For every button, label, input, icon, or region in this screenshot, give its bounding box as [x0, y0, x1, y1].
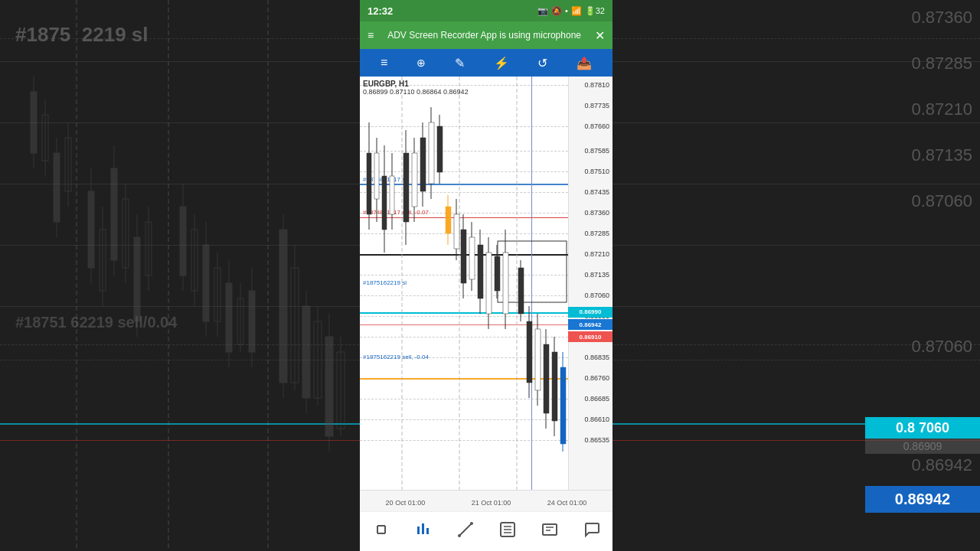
volume-icon: 🔕	[551, 6, 562, 16]
price-label-7: 0.87360	[584, 209, 609, 217]
price-label-9: 0.87210	[584, 250, 609, 258]
status-icons: 📷 🔕 • 📶 🔋32	[537, 6, 605, 16]
price-label-2: 0.87735	[584, 102, 609, 109]
bg-right-label-5: 0.87060	[911, 191, 972, 211]
price-box-red: 0.86910	[568, 331, 612, 342]
svg-rect-69	[437, 126, 443, 172]
svg-rect-92	[535, 329, 541, 390]
chart-info: EURGBP, H1 0.86899 0.87110 0.86864 0.869…	[363, 80, 469, 96]
time-axis: 20 Oct 01:00 21 Oct 01:00 24 Oct 01:00	[360, 490, 612, 511]
svg-rect-98	[560, 367, 566, 444]
nav-arrows-icon[interactable]	[372, 520, 390, 543]
svg-rect-88	[518, 268, 524, 314]
nav-news-icon[interactable]	[541, 520, 559, 543]
svg-rect-59	[390, 176, 394, 214]
svg-rect-79	[478, 245, 483, 298]
price-label-5: 0.87510	[584, 168, 609, 175]
bg-right-label-2: 0.87285	[911, 54, 972, 73]
price-label-6: 0.87435	[584, 188, 609, 196]
toolbar-menu-icon[interactable]: ≡	[377, 53, 390, 73]
svg-rect-75	[461, 230, 466, 283]
signal-icon: 📶	[571, 6, 582, 16]
price-label-14: 0.86760	[584, 374, 609, 382]
candlestick-chart	[360, 77, 568, 490]
bg-right-label-6: 0.87060	[911, 337, 972, 357]
svg-rect-65	[420, 138, 426, 191]
time-label-2: 21 Oct 01:00	[472, 499, 511, 507]
svg-point-103	[458, 534, 461, 537]
toolbar-share-icon[interactable]: 📤	[573, 53, 595, 73]
bg-right-labels: 0.87360 0.87285 0.87210 0.87135 0.87060 …	[819, 0, 972, 551]
toolbar-trendline-icon[interactable]: ✎	[452, 53, 468, 73]
svg-rect-96	[552, 352, 557, 421]
svg-rect-101	[426, 528, 429, 534]
toolbar-indicator-icon[interactable]: ⚡	[491, 53, 512, 73]
svg-rect-53	[367, 153, 371, 214]
price-label-17: 0.86535	[584, 436, 609, 444]
price-label-15: 0.86685	[584, 395, 609, 403]
price-label-4: 0.87585	[584, 147, 609, 155]
status-time: 12:32	[368, 5, 393, 17]
wifi-icon: •	[565, 6, 568, 15]
svg-rect-63	[412, 153, 417, 207]
chart-toolbar: ≡ ⊕ ✎ ⚡ ↺ 📤	[360, 49, 612, 77]
svg-rect-73	[454, 214, 459, 249]
toolbar-crosshair-icon[interactable]: ⊕	[413, 54, 429, 72]
price-scale: 0.87810 0.87735 0.87660 0.87585 0.87510 …	[568, 77, 612, 490]
notification-text: ADV Screen Recorder App is using microph…	[374, 30, 595, 41]
svg-rect-99	[417, 527, 420, 534]
nav-indicators-icon[interactable]	[414, 520, 433, 543]
svg-rect-109	[543, 524, 557, 535]
svg-rect-61	[403, 153, 409, 222]
svg-rect-57	[382, 176, 387, 230]
menu-icon: ≡	[368, 29, 374, 41]
nav-orders-icon[interactable]	[498, 520, 517, 543]
price-label-11: 0.87060	[584, 292, 609, 299]
svg-rect-86	[503, 253, 508, 314]
price-label-13: 0.86835	[584, 354, 609, 361]
svg-rect-77	[469, 237, 475, 279]
camera-icon: 📷	[537, 6, 548, 16]
chart-area: EURGBP, H1 0.86899 0.87110 0.86864 0.869…	[360, 77, 612, 490]
price-label-3: 0.87660	[584, 122, 609, 130]
chart-pair-label: EURGBP, H1	[363, 80, 469, 88]
bg-right-label-7: 0.86942	[911, 455, 972, 475]
nav-chat-icon[interactable]	[583, 520, 601, 543]
battery-icon: 🔋32	[585, 6, 605, 16]
bg-cyan-price-box: 0.8 7060	[865, 417, 980, 439]
svg-rect-94	[544, 344, 549, 413]
status-bar: 12:32 📷 🔕 • 📶 🔋32	[360, 0, 612, 21]
svg-rect-81	[486, 253, 492, 314]
phone-container: 12:32 📷 🔕 • 📶 🔋32 ≡ ADV Screen Recorder …	[360, 0, 612, 551]
svg-rect-71	[446, 207, 451, 233]
svg-rect-67	[429, 122, 434, 184]
svg-rect-90	[527, 321, 532, 383]
time-label-3: 24 Oct 01:00	[547, 499, 587, 507]
price-label-8: 0.87285	[584, 230, 609, 237]
bg-blue-price-box: 0.86942	[865, 486, 980, 513]
svg-line-102	[459, 523, 472, 536]
price-label-1: 0.87810	[584, 81, 609, 89]
bg-right-label-4: 0.87135	[911, 145, 972, 165]
svg-rect-100	[422, 523, 424, 534]
svg-point-104	[470, 522, 473, 525]
bg-left-labels: #1875 2219 sl #18751 62219 sell/0.04	[15, 0, 368, 551]
bottom-nav	[360, 511, 612, 551]
bg-right-label-3: 0.87210	[911, 99, 972, 119]
price-box-cyan: 0.86990	[568, 307, 612, 318]
toolbar-refresh-icon[interactable]: ↺	[534, 53, 550, 73]
bg-right-label-1: 0.87360	[911, 8, 972, 28]
nav-trendline-icon[interactable]	[456, 520, 475, 543]
price-label-10: 0.87135	[584, 271, 609, 279]
notification-bar: ≡ ADV Screen Recorder App is using micro…	[360, 21, 612, 49]
bg-candles-left	[15, 0, 368, 551]
close-notification-button[interactable]: ✕	[595, 28, 605, 43]
time-label-1: 20 Oct 01:00	[386, 499, 426, 507]
price-label-16: 0.86610	[584, 416, 609, 423]
chart-ohlc-values: 0.86899 0.87110 0.86864 0.86942	[363, 88, 469, 96]
svg-rect-55	[374, 153, 379, 199]
price-box-blue: 0.86942	[568, 319, 612, 330]
bg-gray-box: 0.86909	[865, 439, 980, 454]
